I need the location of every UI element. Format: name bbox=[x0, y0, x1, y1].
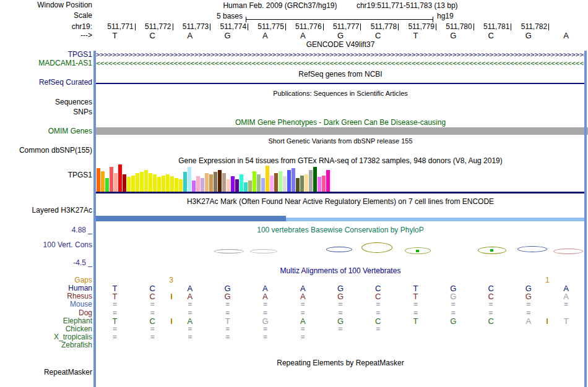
gtex-tissue-bar[interactable] bbox=[231, 176, 235, 192]
ruler-position: 511,774 bbox=[209, 23, 248, 31]
gtex-tissue-bar[interactable] bbox=[166, 174, 170, 192]
right-scroll-bar[interactable] bbox=[584, 51, 587, 387]
ruler-tick bbox=[548, 23, 549, 30]
gtex-tissue-bar[interactable] bbox=[261, 178, 265, 192]
gtex-tissue-bar[interactable] bbox=[183, 172, 187, 192]
window-position-header: Human Feb. 2009 (GRCh37/hg19) chr19:511,… bbox=[96, 1, 585, 10]
gtex-tissue-bar[interactable] bbox=[309, 170, 313, 192]
repeatmasker-title[interactable]: Repeating Elements by RepeatMasker bbox=[96, 359, 585, 367]
gtex-tissue-bar[interactable] bbox=[235, 179, 239, 192]
gtex-tissue-bar[interactable] bbox=[300, 176, 304, 192]
gtex-tissue-bar[interactable] bbox=[322, 176, 326, 192]
track-label-100-vert-cons[interactable]: 100 Vert. Cons bbox=[0, 241, 92, 249]
multiz-title[interactable]: Multiz Alignments of 100 Vertebrates bbox=[96, 267, 585, 275]
gtex-tissue-bar[interactable] bbox=[123, 174, 126, 192]
gtex-tissue-bar[interactable] bbox=[313, 167, 317, 192]
h3k27ac-title[interactable]: H3K27Ac Mark (Often Found Near Active Re… bbox=[96, 198, 585, 206]
gtex-tissue-bar[interactable] bbox=[222, 173, 226, 192]
refseq-title[interactable]: RefSeq genes from NCBI bbox=[96, 70, 585, 79]
gtex-tissue-bar[interactable] bbox=[305, 174, 308, 192]
gtex-tissue-bar[interactable] bbox=[153, 174, 157, 192]
gtex-tissue-bar[interactable] bbox=[97, 168, 100, 192]
gtex-tissue-bar[interactable] bbox=[270, 176, 274, 192]
ruler-position: 511,771 bbox=[96, 23, 136, 31]
gtex-tissue-bar[interactable] bbox=[101, 171, 105, 192]
track-label-tpgs1-gencode[interactable]: TPGS1 bbox=[0, 51, 92, 59]
gtex-tissue-bar[interactable] bbox=[127, 177, 131, 192]
gtex-tissue-bar[interactable] bbox=[296, 178, 300, 192]
gtex-tissue-bar[interactable] bbox=[287, 170, 291, 192]
gtex-tissue-bar[interactable] bbox=[257, 174, 261, 192]
gtex-tissue-bar[interactable] bbox=[205, 173, 209, 192]
gtex-tissue-bar[interactable] bbox=[105, 178, 109, 192]
gtex-tissue-bar[interactable] bbox=[274, 173, 278, 192]
gtex-tissue-bar[interactable] bbox=[162, 176, 165, 192]
track-label-repeatmasker[interactable]: RepeatMasker bbox=[0, 368, 92, 376]
alignment-gap-bar bbox=[171, 318, 172, 324]
gencode-title[interactable]: GENCODE V49lift37 bbox=[96, 41, 585, 49]
gtex-tissue-bar[interactable] bbox=[175, 178, 178, 192]
ruler-position: 511,777 bbox=[322, 23, 361, 31]
dbsnp-title[interactable]: Short Genetic Variants from dbSNP releas… bbox=[96, 137, 585, 145]
gtex-tissue-bar[interactable] bbox=[144, 170, 148, 192]
gtex-tissue-bar[interactable] bbox=[253, 171, 256, 192]
scale-bar-right-tick bbox=[433, 17, 433, 22]
gencode-madcam1-as1-track[interactable]: <<<<<<<<<<<<<<<<<<<<<<<<<<<<<<<<<<<<<<<<… bbox=[96, 59, 585, 67]
gtex-tissue-bar[interactable] bbox=[283, 176, 287, 192]
left-scroll-bar[interactable] bbox=[93, 51, 96, 387]
ucsc-genome-browser: Human Feb. 2009 (GRCh37/hg19) chr19:511,… bbox=[0, 0, 588, 387]
species-label-mouse[interactable]: Mouse bbox=[0, 300, 92, 308]
gtex-tissue-bar[interactable] bbox=[218, 170, 222, 192]
gtex-tissue-bar[interactable] bbox=[118, 164, 122, 192]
track-label-tpgs1-gtex[interactable]: TPGS1 bbox=[0, 171, 92, 179]
gtex-tissue-bar[interactable] bbox=[110, 167, 113, 192]
track-label-snps[interactable]: SNPs bbox=[0, 108, 92, 116]
gtex-tissue-bar[interactable] bbox=[201, 178, 204, 192]
gtex-tissue-bar[interactable] bbox=[240, 174, 243, 192]
phylop-title[interactable]: 100 vertebrates Basewise Conservation by… bbox=[96, 226, 585, 234]
track-label-refseq-curated[interactable]: RefSeq Curated bbox=[0, 79, 92, 87]
gtex-tissue-bar[interactable] bbox=[209, 174, 213, 192]
gtex-tissue-bar[interactable] bbox=[149, 173, 152, 192]
gtex-title[interactable]: Gene Expression in 54 tissues from GTEx … bbox=[96, 157, 585, 165]
track-label-madcam1-as1[interactable]: MADCAM1-AS1 bbox=[0, 59, 92, 67]
gtex-tissue-bar[interactable] bbox=[244, 182, 248, 192]
gtex-tissue-bar[interactable] bbox=[318, 177, 321, 192]
h3k27ac-signal-peak[interactable] bbox=[96, 216, 286, 221]
gtex-tissue-bar[interactable] bbox=[266, 166, 269, 192]
track-label-omim-genes[interactable]: OMIM Genes bbox=[0, 127, 92, 135]
alignment-match: = bbox=[209, 300, 246, 308]
conservation-mark bbox=[214, 249, 244, 253]
gtex-tissue-bar[interactable] bbox=[157, 177, 161, 192]
alignment-match: = bbox=[134, 300, 171, 308]
position-range: chr19:511,771-511,783 (13 bp) bbox=[357, 1, 458, 10]
omim-title[interactable]: OMIM Gene Phenotypes - Dark Green Can Be… bbox=[96, 119, 585, 127]
gtex-tissue-bar[interactable] bbox=[114, 173, 118, 192]
gtex-tissue-bar[interactable] bbox=[196, 176, 200, 192]
ruler-position: 511,776 bbox=[284, 23, 324, 31]
gtex-tissue-bar[interactable] bbox=[292, 168, 295, 192]
gtex-tissue-bar[interactable] bbox=[326, 170, 330, 192]
species-label-zebrafish[interactable]: Zebrafish bbox=[0, 341, 92, 349]
gtex-tissue-bar[interactable] bbox=[192, 181, 196, 192]
track-label-common-dbsnp[interactable]: Common dbSNP(155) bbox=[0, 147, 92, 155]
track-label-layered-h3k27ac[interactable]: Layered H3K27Ac bbox=[0, 206, 92, 215]
gtex-tissue-bar[interactable] bbox=[227, 179, 230, 192]
gtex-tissue-bar[interactable] bbox=[214, 172, 217, 192]
gtex-tissue-bar[interactable] bbox=[170, 176, 174, 192]
alignment-base: T bbox=[397, 317, 435, 325]
track-label-sequences[interactable]: Sequences bbox=[0, 98, 92, 106]
gtex-tissue-bar[interactable] bbox=[140, 172, 144, 192]
gtex-tissue-bar[interactable] bbox=[131, 176, 135, 192]
gtex-tissue-bar[interactable] bbox=[136, 173, 139, 192]
refseq-curated-track[interactable] bbox=[96, 83, 585, 84]
conservation-mark bbox=[478, 247, 506, 254]
gencode-tpgs1-track[interactable]: >>>>>>>>>>>>>>>>>>>>>>>>>>>>>>>>>>>>>>>>… bbox=[96, 51, 585, 59]
publications-title[interactable]: Publications: Sequences in Scientific Ar… bbox=[96, 90, 585, 98]
gtex-tissue-bar[interactable] bbox=[179, 179, 183, 192]
gtex-tissue-bar[interactable] bbox=[279, 171, 282, 192]
omim-genes-track[interactable] bbox=[96, 127, 588, 135]
gtex-tissue-bar[interactable] bbox=[248, 181, 252, 192]
gtex-tissue-bar[interactable] bbox=[188, 167, 191, 192]
conservation-mark bbox=[553, 249, 583, 254]
